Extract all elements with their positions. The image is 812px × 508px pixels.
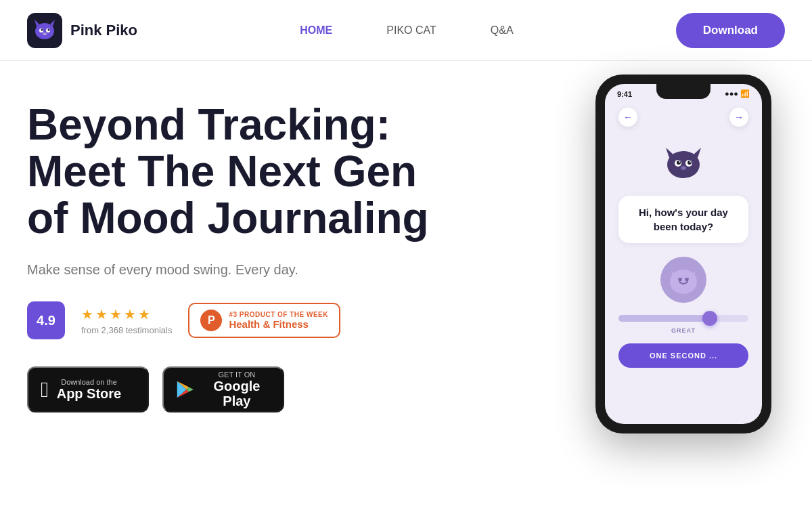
- product-badge-category: Health & Fitness: [229, 318, 328, 330]
- app-store-text: Download on the App Store: [57, 378, 122, 401]
- product-badge-text: #3 PRODUCT OF THE WEEK Health & Fitness: [229, 311, 328, 330]
- prev-arrow[interactable]: ←: [618, 108, 637, 127]
- svg-point-20: [679, 161, 680, 163]
- phone-notch: [656, 84, 710, 99]
- google-play-icon: [176, 379, 195, 400]
- star-2: ★: [95, 306, 108, 322]
- hero-section: Beyond Tracking: Meet The Next Gen of Mo…: [0, 61, 812, 412]
- star-1: ★: [81, 306, 93, 322]
- hero-title-line1: Beyond Tracking:: [27, 100, 390, 149]
- product-badge-rank: #3 PRODUCT OF THE WEEK: [229, 311, 328, 318]
- svg-point-23: [670, 270, 697, 294]
- svg-point-22: [681, 166, 686, 170]
- phone-signal: ●●● 📶: [725, 89, 750, 98]
- logo-area[interactable]: Pink Piko: [27, 13, 137, 48]
- phone-mockup: 9:41 ●●● 📶 ← →: [595, 75, 785, 433]
- nav-piko-cat[interactable]: PIKO CAT: [386, 24, 436, 37]
- phone-screen: 9:41 ●●● 📶 ← →: [605, 84, 762, 424]
- mood-slider-track: [618, 315, 716, 322]
- phone-cat-avatar: [660, 137, 707, 185]
- phone-nav-arrows: ← →: [618, 108, 748, 127]
- product-hunt-badge[interactable]: P #3 PRODUCT OF THE WEEK Health & Fitnes…: [188, 303, 340, 338]
- phone-chat-text: Hi, how's your day been today?: [639, 207, 728, 232]
- main-nav: HOME PIKO CAT Q&A: [300, 24, 513, 37]
- mood-face-svg: [667, 263, 700, 297]
- header: Pink Piko HOME PIKO CAT Q&A Download: [0, 0, 812, 61]
- apple-icon: : [41, 377, 49, 402]
- logo-icon: [27, 13, 62, 48]
- app-store-large-text: App Store: [57, 386, 122, 401]
- mood-slider[interactable]: [618, 315, 748, 322]
- svg-point-19: [687, 161, 692, 165]
- svg-point-7: [48, 28, 50, 30]
- google-play-large-text: Google Play: [203, 379, 271, 408]
- hero-title-line2: Meet The Next Gen: [27, 147, 417, 196]
- phone-chat-bubble: Hi, how's your day been today?: [618, 196, 748, 243]
- hero-title-line3: of Mood Journaling: [27, 194, 429, 242]
- svg-point-6: [41, 28, 43, 30]
- rating-testimonials: from 2,368 testimonials: [81, 325, 172, 335]
- svg-point-1: [35, 23, 54, 39]
- phone-confirm-button[interactable]: ONE SECOND ...: [618, 343, 748, 368]
- mood-slider-thumb: [702, 311, 717, 326]
- phone-frame: 9:41 ●●● 📶 ← →: [595, 75, 771, 433]
- mood-blob: [660, 257, 706, 303]
- nav-qa[interactable]: Q&A: [491, 24, 514, 37]
- svg-point-8: [43, 33, 47, 35]
- star-4: ★: [124, 306, 136, 322]
- google-play-small-text: GET IT ON: [203, 371, 271, 379]
- google-play-button[interactable]: GET IT ON Google Play: [162, 366, 284, 412]
- header-download-button[interactable]: Download: [676, 13, 785, 48]
- phone-time: 9:41: [617, 90, 632, 98]
- star-5: ★: [138, 306, 150, 322]
- star-3: ★: [110, 306, 122, 322]
- nav-home[interactable]: HOME: [300, 24, 332, 37]
- google-play-text: GET IT ON Google Play: [203, 371, 271, 408]
- product-hunt-p-icon: P: [200, 310, 222, 331]
- rating-stars-area: ★ ★ ★ ★ ★ from 2,368 testimonials: [81, 306, 172, 335]
- svg-point-18: [677, 161, 681, 165]
- stars-display: ★ ★ ★ ★ ★: [81, 306, 172, 322]
- rating-badge: 4.9: [27, 301, 65, 339]
- logo-text: Pink Piko: [70, 22, 137, 39]
- phone-content: ← →: [605, 101, 762, 424]
- app-store-button[interactable]:  Download on the App Store: [27, 366, 149, 412]
- svg-point-21: [690, 161, 691, 163]
- app-store-small-text: Download on the: [57, 378, 122, 386]
- next-arrow[interactable]: →: [729, 108, 748, 127]
- mood-label: GREAT: [671, 327, 696, 334]
